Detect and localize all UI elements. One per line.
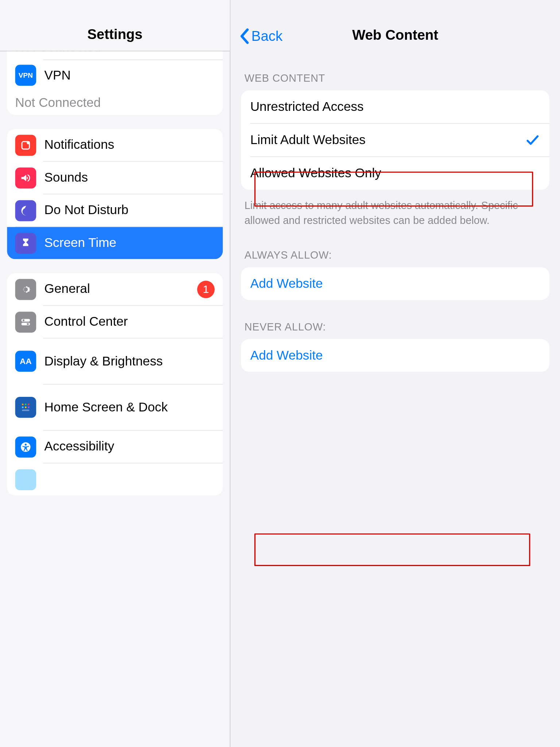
sidebar-item-sounds[interactable]: Sounds [7, 162, 223, 194]
sidebar-item-do-not-disturb[interactable]: Do Not Disturb [7, 194, 223, 227]
sidebar-item-label: VPN [44, 68, 215, 82]
svg-point-5 [23, 319, 24, 321]
web-content-options: Unrestricted Access Limit Adult Websites… [241, 90, 549, 190]
svg-point-2 [27, 141, 30, 144]
text-size-icon: AA [15, 351, 36, 372]
detail-header: Back Web Content [230, 0, 560, 51]
section-header-always-allow: ALWAYS ALLOW: [241, 228, 549, 267]
hourglass-icon [15, 233, 36, 254]
sidebar-item-label: Control Center [44, 315, 128, 329]
sidebar-group-connectivity: Bluetooth Not Connected VPN VPN Not Conn… [7, 51, 223, 115]
notification-badge: 1 [197, 280, 215, 298]
svg-rect-8 [25, 404, 26, 405]
svg-rect-7 [22, 404, 23, 405]
sidebar-item-screen-time[interactable]: Screen Time [7, 227, 223, 259]
option-label: Allowed Websites Only [250, 166, 381, 181]
sidebar-item-display-brightness[interactable]: AA Display & Brightness [7, 338, 223, 384]
sidebar-item-label: Do Not Disturb [44, 203, 129, 217]
accessibility-icon [15, 436, 36, 457]
sidebar-item-sublabel: Not Connected [15, 95, 215, 111]
sidebar-item-accessibility[interactable]: Accessibility [7, 431, 223, 463]
option-limit-adult-websites[interactable]: Limit Adult Websites [241, 124, 549, 156]
section-header-web-content: WEB CONTENT [241, 51, 549, 90]
svg-rect-10 [22, 407, 23, 408]
section-header-never-allow: NEVER ALLOW: [241, 300, 549, 339]
moon-icon [15, 200, 36, 221]
gear-icon [15, 279, 36, 300]
sidebar-item-home-screen-dock[interactable]: Home Screen & Dock [7, 384, 223, 430]
option-allowed-websites-only[interactable]: Allowed Websites Only [241, 157, 549, 190]
chevron-left-icon [240, 28, 250, 44]
sidebar-group-device: General 1 Control Center AA Display & Br… [7, 273, 223, 496]
svg-point-6 [27, 323, 29, 325]
sidebar-item-label: Sounds [44, 171, 88, 185]
sidebar-title: Settings [87, 26, 143, 43]
sidebar-item-label: Screen Time [44, 236, 117, 250]
sidebar-item-sublabel: Not Connected [15, 51, 215, 55]
add-website-never-button[interactable]: Add Website [241, 339, 549, 372]
sidebar-item-next[interactable] [7, 463, 223, 495]
option-label: Limit Adult Websites [250, 132, 365, 148]
sidebar-item-label: General [44, 282, 90, 296]
sidebar-header: Settings [0, 0, 230, 51]
svg-rect-12 [28, 407, 29, 408]
sounds-icon [15, 167, 36, 188]
svg-rect-11 [25, 407, 26, 408]
notifications-icon [15, 135, 36, 156]
page-title: Web Content [352, 27, 438, 43]
never-allow-list: Add Website [241, 339, 549, 372]
vpn-icon: VPN [15, 65, 36, 86]
sidebar-group-alerts: Notifications Sounds Do Not [7, 129, 223, 259]
svg-point-15 [25, 444, 27, 445]
add-website-allow-button[interactable]: Add Website [241, 267, 549, 300]
back-label: Back [252, 28, 283, 44]
sidebar-item-vpn[interactable]: VPN VPN Not Connected [7, 60, 223, 115]
sidebar-item-label: Display & Brightness [44, 354, 196, 368]
detail-pane: Back Web Content WEB CONTENT Unrestricte… [230, 0, 560, 747]
button-label: Add Website [250, 276, 323, 291]
sidebar-item-label: Notifications [44, 138, 114, 152]
sidebar-item-bluetooth[interactable]: Bluetooth Not Connected [7, 51, 223, 59]
sidebar-item-control-center[interactable]: Control Center [7, 306, 223, 338]
section-footer-web-content: Limit access to many adult websites auto… [241, 190, 549, 228]
back-button[interactable]: Back [240, 28, 283, 44]
checkmark-icon [525, 132, 540, 148]
always-allow-list: Add Website [241, 267, 549, 300]
option-label: Unrestricted Access [250, 99, 363, 115]
wallpaper-icon [15, 469, 36, 490]
sidebar-item-notifications[interactable]: Notifications [7, 129, 223, 161]
button-label: Add Website [250, 348, 323, 363]
sidebar-item-general[interactable]: General 1 [7, 273, 223, 305]
switches-icon [15, 311, 36, 333]
svg-rect-13 [22, 410, 30, 411]
option-unrestricted-access[interactable]: Unrestricted Access [241, 90, 549, 123]
sidebar-scroll[interactable]: Bluetooth Not Connected VPN VPN Not Conn… [0, 51, 230, 747]
sidebar-item-label: Accessibility [44, 440, 114, 454]
sidebar-item-label: Home Screen & Dock [44, 400, 196, 414]
grid-icon [15, 397, 36, 418]
svg-rect-9 [28, 404, 29, 405]
settings-sidebar: Settings Bluetooth Not Connected VPN VPN [0, 0, 230, 747]
